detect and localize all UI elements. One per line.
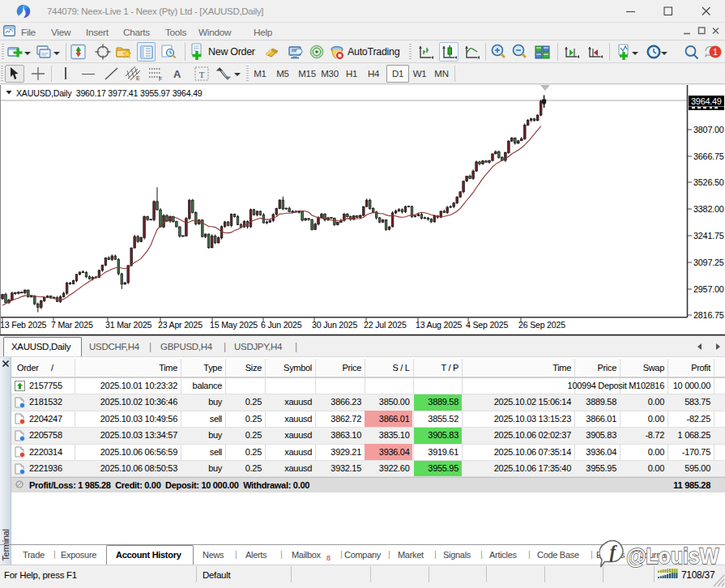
svg-text:T: T: [199, 70, 205, 79]
svg-text:6 Jun 2025: 6 Jun 2025: [261, 320, 302, 330]
svg-text:26 Sep 2025: 26 Sep 2025: [518, 320, 565, 330]
svg-text:23 Apr 2025: 23 Apr 2025: [158, 320, 203, 330]
svg-text:4 Sep 2025: 4 Sep 2025: [466, 320, 509, 330]
svg-text:30 Jun 2025: 30 Jun 2025: [312, 320, 357, 330]
svg-text:F: F: [159, 76, 162, 82]
svg-text:@LouisW: @LouisW: [626, 543, 719, 569]
svg-text:2816.75: 2816.75: [693, 310, 724, 320]
svg-text:2957.00: 2957.00: [693, 284, 724, 294]
svg-text:3964.49: 3964.49: [691, 96, 722, 106]
svg-text:XAUUSD,Daily 3960.17 3977.41: XAUUSD,Daily 3960.17 3977.41 3955.97 396…: [16, 88, 203, 98]
svg-text:13 Aug 2025: 13 Aug 2025: [416, 320, 463, 330]
svg-text:3666.75: 3666.75: [693, 151, 724, 161]
svg-text:13 Feb 2025: 13 Feb 2025: [0, 320, 47, 330]
svg-text:3526.50: 3526.50: [693, 177, 724, 187]
svg-text:3097.25: 3097.25: [693, 258, 724, 267]
svg-text:E: E: [136, 75, 140, 81]
svg-text:3382.00: 3382.00: [693, 204, 724, 214]
svg-text:22 Jul 2025: 22 Jul 2025: [364, 320, 407, 330]
svg-text:3241.75: 3241.75: [693, 231, 724, 241]
svg-text:3807.00: 3807.00: [693, 125, 724, 134]
svg-text:31 Mar 2025: 31 Mar 2025: [105, 320, 152, 330]
svg-text:15 May 2025: 15 May 2025: [210, 320, 258, 330]
svg-text:1: 1: [713, 47, 718, 57]
svg-text:7 Mar 2025: 7 Mar 2025: [51, 320, 93, 330]
